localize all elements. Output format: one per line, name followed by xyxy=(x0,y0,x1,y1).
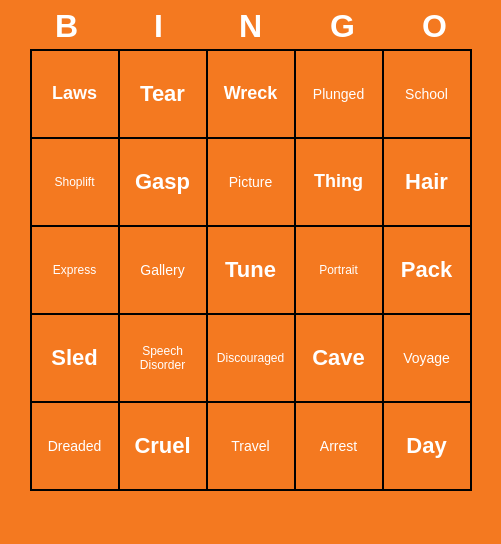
bingo-cell: Tune xyxy=(208,227,296,315)
cell-text: Shoplift xyxy=(54,175,94,189)
bingo-cell: Speech Disorder xyxy=(120,315,208,403)
bingo-cell: Cruel xyxy=(120,403,208,491)
cell-text: Sled xyxy=(51,345,97,371)
bingo-cell: Cave xyxy=(296,315,384,403)
cell-text: Travel xyxy=(231,438,269,455)
bingo-cell: Portrait xyxy=(296,227,384,315)
cell-text: Pack xyxy=(401,257,452,283)
cell-text: Plunged xyxy=(313,86,364,103)
bingo-letter: O xyxy=(391,8,479,45)
cell-text: Gasp xyxy=(135,169,190,195)
cell-text: Tear xyxy=(140,81,185,107)
cell-text: Gallery xyxy=(140,262,184,279)
bingo-cell: Picture xyxy=(208,139,296,227)
bingo-grid: LawsTearWreckPlungedSchoolShopliftGaspPi… xyxy=(30,49,472,491)
cell-text: Picture xyxy=(229,174,273,191)
bingo-cell: Tear xyxy=(120,51,208,139)
bingo-cell: Gasp xyxy=(120,139,208,227)
cell-text: Arrest xyxy=(320,438,357,455)
cell-text: Tune xyxy=(225,257,276,283)
cell-text: School xyxy=(405,86,448,103)
bingo-cell: School xyxy=(384,51,472,139)
cell-text: Express xyxy=(53,263,96,277)
cell-text: Discouraged xyxy=(217,351,284,365)
bingo-cell: Dreaded xyxy=(32,403,120,491)
bingo-cell: Discouraged xyxy=(208,315,296,403)
bingo-cell: Plunged xyxy=(296,51,384,139)
cell-text: Hair xyxy=(405,169,448,195)
bingo-cell: Arrest xyxy=(296,403,384,491)
cell-text: Cave xyxy=(312,345,365,371)
bingo-cell: Sled xyxy=(32,315,120,403)
bingo-cell: Gallery xyxy=(120,227,208,315)
cell-text: Wreck xyxy=(224,83,278,105)
bingo-cell: Pack xyxy=(384,227,472,315)
bingo-cell: Hair xyxy=(384,139,472,227)
bingo-cell: Thing xyxy=(296,139,384,227)
cell-text: Voyage xyxy=(403,350,450,367)
bingo-cell: Day xyxy=(384,403,472,491)
cell-text: Cruel xyxy=(134,433,190,459)
bingo-header: BINGO xyxy=(21,0,481,49)
bingo-cell: Wreck xyxy=(208,51,296,139)
bingo-letter: I xyxy=(115,8,203,45)
cell-text: Dreaded xyxy=(48,438,102,455)
bingo-cell: Laws xyxy=(32,51,120,139)
cell-text: Speech Disorder xyxy=(124,344,202,373)
bingo-cell: Express xyxy=(32,227,120,315)
bingo-letter: G xyxy=(299,8,387,45)
cell-text: Laws xyxy=(52,83,97,105)
bingo-cell: Travel xyxy=(208,403,296,491)
cell-text: Thing xyxy=(314,171,363,193)
bingo-cell: Voyage xyxy=(384,315,472,403)
bingo-letter: N xyxy=(207,8,295,45)
bingo-cell: Shoplift xyxy=(32,139,120,227)
bingo-letter: B xyxy=(23,8,111,45)
cell-text: Portrait xyxy=(319,263,358,277)
cell-text: Day xyxy=(406,433,446,459)
